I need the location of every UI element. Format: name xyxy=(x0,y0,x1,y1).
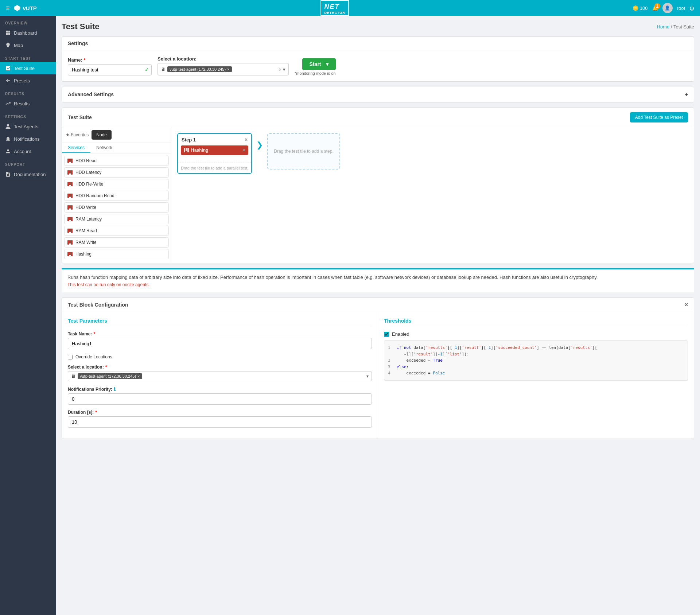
sidebar-label-presets: Presets xyxy=(14,78,30,83)
tile-ram-latency[interactable]: RAM Latency xyxy=(64,214,169,224)
advanced-toggle-icon: + xyxy=(685,92,688,97)
tile-hashing[interactable]: Hashing xyxy=(64,249,169,259)
breadcrumb-separator: / xyxy=(671,24,673,30)
notifications-input[interactable] xyxy=(68,393,372,405)
sidebar-label-test-suite: Test Suite xyxy=(14,66,35,71)
sub-tabs: Services Network xyxy=(62,143,171,153)
hashing-tile-close[interactable]: × xyxy=(242,147,245,153)
notifications-label: Notifications Priority: ℹ xyxy=(68,386,372,392)
sidebar-item-test-agents[interactable]: Test Agents xyxy=(0,120,56,133)
notifications-info-icon: ℹ xyxy=(114,386,116,392)
sidebar-item-test-suite[interactable]: Test Suite xyxy=(0,62,56,74)
sidebar-label-notifications: Notifications xyxy=(14,136,40,142)
start-dropdown-icon: ▾ xyxy=(323,61,328,67)
topnav-left: ≡ vUTP xyxy=(6,4,37,12)
section-overview: Overview xyxy=(0,16,56,27)
location-select[interactable]: 🖥 vutp-test-agent (172.30.30.245) × × ▾ xyxy=(158,63,289,75)
config-location-label: Select a location: * xyxy=(68,365,372,370)
location-label: Select a location: xyxy=(158,56,289,62)
tile-ram-write[interactable]: RAM Write xyxy=(64,237,169,248)
name-input[interactable] xyxy=(68,64,152,75)
steps-area: Step 1 × xyxy=(171,127,694,263)
settings-row: Name: * ✓ Select a location: xyxy=(68,56,688,75)
threshold-checkbox[interactable] xyxy=(384,332,389,337)
thresholds-title: Thresholds xyxy=(384,318,688,326)
tile-hdd-random-read[interactable]: HDD Random Read xyxy=(64,191,169,201)
tile-hdd-read-icon xyxy=(67,159,73,163)
node-tab[interactable]: Node xyxy=(92,130,112,140)
config-right: Thresholds Enabled 1 if not data['result… xyxy=(378,312,694,439)
tile-ram-read[interactable]: RAM Read xyxy=(64,226,169,236)
svg-rect-2 xyxy=(8,31,10,32)
code-line-1b: -1]['result'][-1]['list']): xyxy=(388,351,684,358)
hashing-tile-content: Hashing xyxy=(184,148,208,153)
test-suite-card: Test Suite Add Test Suite as Preset ★ Fa… xyxy=(62,108,694,263)
test-suite-body: ★ Favorites Node Services Network xyxy=(62,127,694,263)
description-warning: This test can be run only on onsite agen… xyxy=(67,282,688,287)
tile-ram-read-icon xyxy=(67,229,73,233)
advanced-settings-card: Advanced Settings + xyxy=(62,87,694,102)
main-content: Test Suite Home / Test Suite Settings Na… xyxy=(56,16,700,615)
task-name-input[interactable] xyxy=(68,338,372,349)
avatar[interactable]: 👤 xyxy=(662,3,673,13)
code-line-2: 2 exceeded = True xyxy=(388,357,684,364)
favorites-tab[interactable]: ★ Favorites xyxy=(66,132,89,137)
add-preset-button[interactable]: Add Test Suite as Preset xyxy=(630,112,688,122)
sidebar-label-documentation: Documentation xyxy=(14,172,46,177)
code-line-4: 4 exceeded = False xyxy=(388,370,684,377)
config-location-select[interactable]: 🖥 vutp-test-agent (172.30.30.245) × ▾ xyxy=(68,371,372,381)
advanced-settings-header[interactable]: Advanced Settings + xyxy=(62,87,694,102)
sidebar-item-results[interactable]: Results xyxy=(0,97,56,110)
name-label: Name: * xyxy=(68,57,152,63)
username-label: root xyxy=(677,5,685,11)
task-name-label: Task Name: * xyxy=(68,331,372,336)
monitoring-note: *monitoring mode is on xyxy=(295,71,336,75)
config-left: Test Parameters Task Name: * Override Lo… xyxy=(62,312,378,439)
hashing-active-tile[interactable]: Hashing × xyxy=(181,145,248,155)
breadcrumb-home[interactable]: Home xyxy=(657,24,670,30)
step1-label: Step 1 xyxy=(182,137,196,143)
start-area: Start ▾ *monitoring mode is on xyxy=(295,58,336,75)
step1-close-icon[interactable]: × xyxy=(245,137,248,143)
sidebar-item-dashboard[interactable]: Dashboard xyxy=(0,27,56,39)
tile-hdd-write[interactable]: HDD Write xyxy=(64,202,169,213)
section-results: Results xyxy=(0,87,56,97)
section-support: Support xyxy=(0,157,56,168)
location-dropdown-btn[interactable]: ▾ xyxy=(283,67,285,72)
tile-hdd-rewrite[interactable]: HDD Re-Write xyxy=(64,179,169,189)
duration-input[interactable] xyxy=(68,416,372,428)
services-subtab[interactable]: Services xyxy=(62,143,90,153)
brand-logo: vUTP xyxy=(13,4,37,12)
sidebar-item-account[interactable]: Account xyxy=(0,145,56,157)
sidebar-item-presets[interactable]: Presets xyxy=(0,74,56,87)
config-close-icon[interactable]: × xyxy=(685,301,688,308)
tile-hdd-latency[interactable]: HDD Latency xyxy=(64,167,169,178)
location-tag-close[interactable]: × xyxy=(227,67,229,71)
settings-card-body: Name: * ✓ Select a location: xyxy=(62,50,694,81)
config-card: Test Block Configuration × Test Paramete… xyxy=(62,297,694,439)
tile-ram-write-icon xyxy=(67,240,73,245)
power-icon[interactable]: ⏻ xyxy=(689,5,694,11)
sidebar-item-notifications[interactable]: Notifications xyxy=(0,133,56,145)
tile-hdd-read[interactable]: HDD Read xyxy=(64,156,169,166)
start-button[interactable]: Start ▾ xyxy=(302,58,336,70)
section-settings: Settings xyxy=(0,110,56,120)
override-checkbox[interactable] xyxy=(68,355,73,359)
location-clear-btn[interactable]: × xyxy=(279,67,281,72)
threshold-enabled-row: Enabled xyxy=(384,331,688,337)
sidebar-item-map[interactable]: Map xyxy=(0,39,56,51)
step2-empty: Drag the test tile to add a step. xyxy=(267,133,340,170)
svg-rect-3 xyxy=(6,33,8,35)
override-checkbox-row: Override Locations xyxy=(68,354,372,359)
config-location-group: Select a location: * 🖥 vutp-test-agent (… xyxy=(68,365,372,381)
hashing-tile-icon xyxy=(184,148,189,152)
page-header: Test Suite Home / Test Suite xyxy=(62,22,694,31)
test-params-title: Test Parameters xyxy=(68,318,372,326)
config-location-chevron: ▾ xyxy=(366,374,369,379)
sidebar-label-map: Map xyxy=(14,43,23,48)
sidebar-item-documentation[interactable]: Documentation xyxy=(0,168,56,180)
network-subtab[interactable]: Network xyxy=(90,143,118,153)
advanced-title: Advanced Settings xyxy=(68,92,114,97)
config-location-tag-close[interactable]: × xyxy=(137,374,140,378)
hamburger-icon[interactable]: ≡ xyxy=(6,4,10,12)
